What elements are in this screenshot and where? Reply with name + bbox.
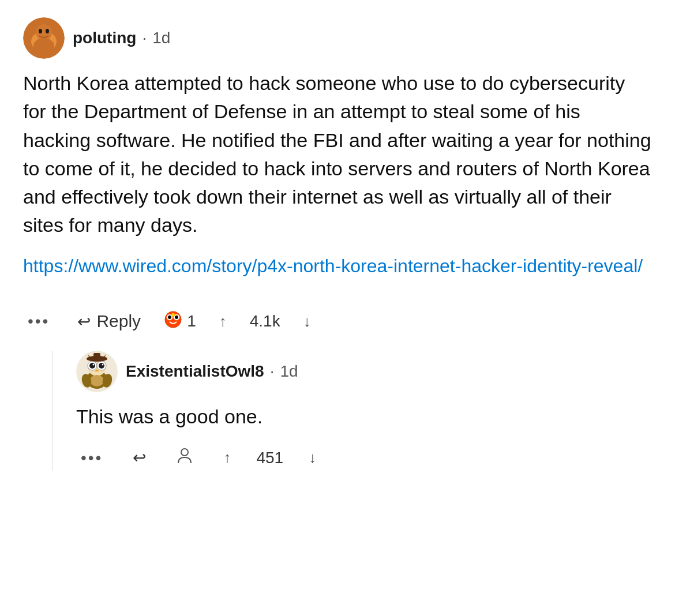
reply-comment: ExistentialistOwl8 · 1d This was a good …	[76, 351, 652, 471]
avatar	[23, 17, 65, 59]
upvote-count: 4.1k	[250, 312, 280, 330]
svg-point-20	[99, 363, 104, 369]
upvote-arrow-icon: ↑	[219, 313, 227, 330]
award-icon	[164, 310, 182, 333]
svg-point-24	[90, 375, 104, 386]
reply-header: ExistentialistOwl8 · 1d	[76, 351, 652, 392]
reply-upvote-count: 451	[256, 449, 283, 467]
upvote-button[interactable]: ↑	[215, 310, 231, 333]
username-row: poluting · 1d	[73, 29, 170, 47]
svg-point-19	[89, 363, 95, 369]
svg-rect-28	[93, 353, 100, 360]
svg-point-5	[33, 38, 54, 54]
downvote-arrow-icon: ↓	[303, 313, 311, 330]
reply-username-row: ExistentialistOwl8 · 1d	[126, 362, 298, 381]
reply-reply-button[interactable]: ↩	[128, 446, 151, 469]
reply-dot-separator: ·	[270, 362, 275, 381]
reply-person-icon	[176, 447, 193, 468]
reply-section: ExistentialistOwl8 · 1d This was a good …	[52, 351, 652, 471]
reply-text: This was a good one.	[76, 403, 652, 431]
reply-timestamp: 1d	[280, 362, 298, 381]
reply-award-button[interactable]	[171, 445, 198, 471]
comment-body: North Korea attempted to hack someone wh…	[23, 69, 652, 295]
reply-downvote-button[interactable]: ↓	[304, 446, 321, 469]
award-count: 1	[187, 312, 196, 330]
svg-point-8	[168, 315, 171, 319]
svg-point-10	[175, 315, 178, 319]
svg-point-21	[93, 364, 95, 366]
comment-text: North Korea attempted to hack someone wh…	[23, 69, 652, 240]
reply-upvote-button[interactable]: ↑	[219, 446, 235, 469]
reply-arrow-icon: ↩	[77, 312, 91, 331]
reply-label: Reply	[96, 311, 141, 331]
award-section: 1	[164, 310, 196, 333]
reply-downvote-arrow-icon: ↓	[309, 449, 316, 467]
reply-button[interactable]: ↩ Reply	[73, 309, 145, 333]
main-comment-username[interactable]: poluting	[73, 29, 136, 47]
downvote-button[interactable]: ↓	[299, 310, 316, 333]
reply-upvote-arrow-icon: ↑	[223, 449, 231, 467]
svg-point-11	[171, 313, 175, 317]
svg-point-29	[181, 449, 188, 456]
comment-header: poluting · 1d	[23, 17, 652, 59]
reply-username[interactable]: ExistentialistOwl8	[126, 362, 264, 381]
reply-avatar	[76, 351, 118, 392]
reply-more-options-button[interactable]: •••	[76, 446, 107, 469]
svg-point-22	[102, 364, 104, 366]
svg-point-4	[46, 29, 49, 33]
more-options-button[interactable]: •••	[23, 310, 54, 333]
main-comment: poluting · 1d North Korea attempted to h…	[23, 17, 652, 471]
action-bar: ••• ↩ Reply 1 ↑ 4.1k	[23, 309, 652, 333]
reply-reply-arrow-icon: ↩	[133, 448, 146, 467]
dot-separator: ·	[142, 29, 147, 47]
comment-link[interactable]: https://www.wired.com/story/p4x-north-ko…	[23, 253, 652, 279]
svg-point-3	[39, 29, 42, 33]
main-comment-timestamp: 1d	[152, 29, 170, 47]
reply-action-bar: ••• ↩ ↑ 451 ↓	[76, 445, 652, 471]
